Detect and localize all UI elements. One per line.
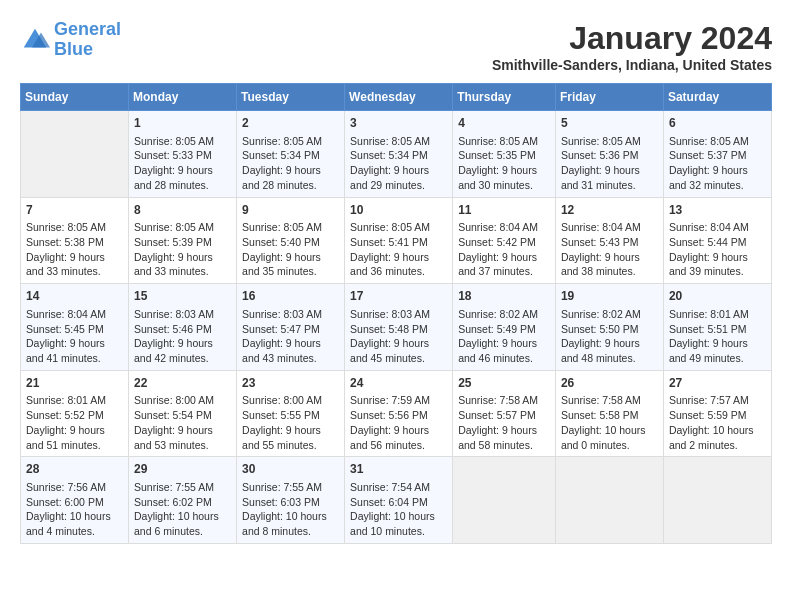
day-info-line: Daylight: 9 hours <box>561 163 658 178</box>
day-info-line: and 55 minutes. <box>242 438 339 453</box>
calendar-cell: 24Sunrise: 7:59 AMSunset: 5:56 PMDayligh… <box>345 370 453 457</box>
day-info-line: Sunrise: 8:04 AM <box>26 307 123 322</box>
day-info-line: and 51 minutes. <box>26 438 123 453</box>
calendar-header-row: SundayMondayTuesdayWednesdayThursdayFrid… <box>21 84 772 111</box>
day-info-line: Daylight: 9 hours <box>350 423 447 438</box>
day-info-line: Daylight: 9 hours <box>458 336 550 351</box>
day-number: 28 <box>26 461 123 478</box>
day-info-line: and 36 minutes. <box>350 264 447 279</box>
calendar-cell: 30Sunrise: 7:55 AMSunset: 6:03 PMDayligh… <box>237 457 345 544</box>
day-info-line: and 48 minutes. <box>561 351 658 366</box>
calendar-cell: 18Sunrise: 8:02 AMSunset: 5:49 PMDayligh… <box>453 284 556 371</box>
day-info-line: Sunset: 5:34 PM <box>242 148 339 163</box>
day-info-line: Sunset: 6:02 PM <box>134 495 231 510</box>
day-number: 23 <box>242 375 339 392</box>
day-info-line: Sunset: 5:44 PM <box>669 235 766 250</box>
day-number: 29 <box>134 461 231 478</box>
day-info-line: Daylight: 9 hours <box>242 423 339 438</box>
calendar-cell <box>663 457 771 544</box>
day-info-line: and 29 minutes. <box>350 178 447 193</box>
calendar-cell: 31Sunrise: 7:54 AMSunset: 6:04 PMDayligh… <box>345 457 453 544</box>
day-info-line: and 41 minutes. <box>26 351 123 366</box>
day-number: 22 <box>134 375 231 392</box>
day-info-line: Sunrise: 8:02 AM <box>458 307 550 322</box>
day-info-line: Sunrise: 8:05 AM <box>458 134 550 149</box>
day-number: 17 <box>350 288 447 305</box>
day-info-line: Sunrise: 7:55 AM <box>134 480 231 495</box>
calendar-cell: 14Sunrise: 8:04 AMSunset: 5:45 PMDayligh… <box>21 284 129 371</box>
day-info-line: and 58 minutes. <box>458 438 550 453</box>
day-info-line: Sunrise: 8:05 AM <box>26 220 123 235</box>
day-info-line: and 28 minutes. <box>134 178 231 193</box>
day-info-line: Daylight: 9 hours <box>458 423 550 438</box>
day-info-line: Sunrise: 8:03 AM <box>134 307 231 322</box>
day-info-line: and 33 minutes. <box>26 264 123 279</box>
calendar-cell: 29Sunrise: 7:55 AMSunset: 6:02 PMDayligh… <box>129 457 237 544</box>
header-wednesday: Wednesday <box>345 84 453 111</box>
day-info-line: Daylight: 9 hours <box>350 336 447 351</box>
day-info-line: Sunset: 5:42 PM <box>458 235 550 250</box>
day-info-line: Sunset: 5:35 PM <box>458 148 550 163</box>
day-info-line: Sunset: 5:41 PM <box>350 235 447 250</box>
day-info-line: Sunset: 5:37 PM <box>669 148 766 163</box>
calendar-cell: 2Sunrise: 8:05 AMSunset: 5:34 PMDaylight… <box>237 111 345 198</box>
day-info-line: Daylight: 9 hours <box>242 250 339 265</box>
day-info-line: Sunset: 5:57 PM <box>458 408 550 423</box>
day-info-line: Sunrise: 8:05 AM <box>134 134 231 149</box>
day-info-line: Daylight: 9 hours <box>561 250 658 265</box>
day-info-line: Sunset: 5:54 PM <box>134 408 231 423</box>
day-number: 19 <box>561 288 658 305</box>
day-info-line: Sunset: 5:55 PM <box>242 408 339 423</box>
day-info-line: Daylight: 9 hours <box>242 336 339 351</box>
day-info-line: Sunrise: 7:57 AM <box>669 393 766 408</box>
day-number: 5 <box>561 115 658 132</box>
day-info-line: Sunset: 6:04 PM <box>350 495 447 510</box>
day-info-line: and 6 minutes. <box>134 524 231 539</box>
day-info-line: and 43 minutes. <box>242 351 339 366</box>
day-info-line: Sunset: 5:51 PM <box>669 322 766 337</box>
day-info-line: Sunset: 5:36 PM <box>561 148 658 163</box>
header-friday: Friday <box>555 84 663 111</box>
header-saturday: Saturday <box>663 84 771 111</box>
day-info-line: Sunrise: 7:56 AM <box>26 480 123 495</box>
day-info-line: Daylight: 10 hours <box>134 509 231 524</box>
calendar-cell: 3Sunrise: 8:05 AMSunset: 5:34 PMDaylight… <box>345 111 453 198</box>
day-info-line: and 39 minutes. <box>669 264 766 279</box>
calendar-week-row: 7Sunrise: 8:05 AMSunset: 5:38 PMDaylight… <box>21 197 772 284</box>
day-info-line: and 42 minutes. <box>134 351 231 366</box>
day-number: 2 <box>242 115 339 132</box>
calendar-cell: 13Sunrise: 8:04 AMSunset: 5:44 PMDayligh… <box>663 197 771 284</box>
day-number: 13 <box>669 202 766 219</box>
day-number: 16 <box>242 288 339 305</box>
day-info-line: Sunrise: 7:59 AM <box>350 393 447 408</box>
page-header: General Blue January 2024 Smithville-San… <box>20 20 772 73</box>
calendar-cell: 23Sunrise: 8:00 AMSunset: 5:55 PMDayligh… <box>237 370 345 457</box>
day-info-line: and 32 minutes. <box>669 178 766 193</box>
day-number: 15 <box>134 288 231 305</box>
calendar-cell: 4Sunrise: 8:05 AMSunset: 5:35 PMDaylight… <box>453 111 556 198</box>
day-number: 26 <box>561 375 658 392</box>
day-number: 25 <box>458 375 550 392</box>
day-info-line: Sunset: 5:46 PM <box>134 322 231 337</box>
day-info-line: Daylight: 9 hours <box>669 250 766 265</box>
day-info-line: Daylight: 9 hours <box>134 163 231 178</box>
day-info-line: Daylight: 10 hours <box>561 423 658 438</box>
day-info-line: Sunrise: 8:04 AM <box>561 220 658 235</box>
day-number: 24 <box>350 375 447 392</box>
day-info-line: Daylight: 9 hours <box>242 163 339 178</box>
day-info-line: Sunrise: 8:04 AM <box>669 220 766 235</box>
calendar-cell: 17Sunrise: 8:03 AMSunset: 5:48 PMDayligh… <box>345 284 453 371</box>
day-info-line: and 53 minutes. <box>134 438 231 453</box>
day-info-line: Sunset: 6:00 PM <box>26 495 123 510</box>
calendar-cell: 1Sunrise: 8:05 AMSunset: 5:33 PMDaylight… <box>129 111 237 198</box>
day-number: 1 <box>134 115 231 132</box>
day-info-line: Sunset: 5:39 PM <box>134 235 231 250</box>
day-info-line: Sunset: 6:03 PM <box>242 495 339 510</box>
day-info-line: and 33 minutes. <box>134 264 231 279</box>
day-info-line: Sunrise: 8:04 AM <box>458 220 550 235</box>
day-number: 7 <box>26 202 123 219</box>
day-number: 30 <box>242 461 339 478</box>
logo-general: General <box>54 19 121 39</box>
calendar-cell: 20Sunrise: 8:01 AMSunset: 5:51 PMDayligh… <box>663 284 771 371</box>
day-info-line: Sunset: 5:50 PM <box>561 322 658 337</box>
